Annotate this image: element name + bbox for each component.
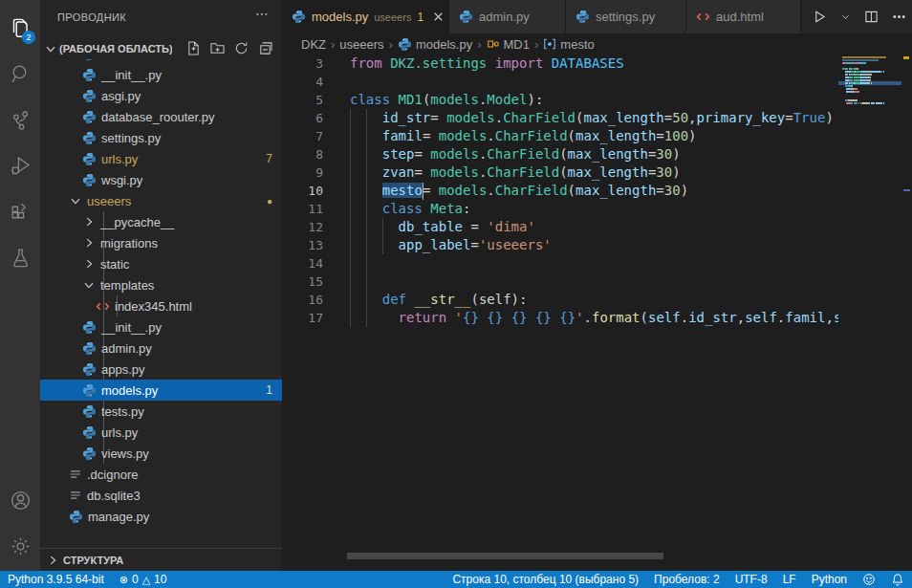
code-line: mesto= models.CharField(max_length=30) (350, 182, 688, 200)
python-file-icon (575, 10, 590, 24)
modified-dot: ● (267, 196, 272, 207)
tab-admin.py[interactable]: admin.py (449, 0, 566, 33)
breadcrumb-item-MD1[interactable]: MD1 (487, 37, 530, 52)
tree-file-__init__.py[interactable]: __init__.py (40, 64, 282, 85)
breadcrumb-label: models.py (416, 37, 472, 52)
minimap[interactable] (838, 54, 901, 559)
code-line: from DKZ.settings import DATABASES (350, 54, 624, 73)
status-encoding[interactable]: UTF-8 (727, 573, 775, 586)
tab-label: models.py (312, 10, 368, 24)
close-icon[interactable] (431, 10, 445, 24)
activity-search-icon[interactable] (0, 52, 40, 96)
tree-folder-migrations[interactable]: migrations (40, 232, 282, 253)
tree-item-label: useeers (87, 194, 131, 208)
tree-file-wsgi.py[interactable]: wsgi.py (40, 169, 282, 190)
line-number: 14 (282, 254, 323, 272)
breadcrumb-item-models.py[interactable]: models.py (398, 37, 472, 52)
tree-file-.dcignore[interactable]: .dcignore (40, 464, 282, 485)
tree-file-db.sqlite3[interactable]: db.sqlite3 (40, 485, 282, 506)
status-indentation[interactable]: Пробелов: 2 (646, 573, 727, 586)
status-cursor-position[interactable]: Строка 10, столбец 10 (выбрано 5) (445, 573, 646, 586)
tree-file-tests.py[interactable]: tests.py (40, 401, 282, 422)
feedback-smiley-icon[interactable] (855, 573, 883, 586)
breadcrumb-label: MD1 (504, 37, 530, 52)
activity-extensions-icon[interactable] (0, 189, 40, 233)
activity-account-icon[interactable] (0, 478, 40, 522)
outline-section-header[interactable]: СТРУКТУРА (40, 548, 282, 571)
breadcrumb-item-mesto[interactable]: mesto (543, 37, 594, 52)
tab-aud.html[interactable]: aud.html (686, 0, 801, 33)
tree-file-settings.py[interactable]: settings.py (40, 127, 282, 148)
sidebar-more-icon[interactable]: ⋯ (255, 6, 269, 21)
chevron-right-icon (82, 215, 96, 229)
python-file-icon (82, 341, 97, 356)
activity-badge: 2 (22, 31, 35, 44)
line-number: 15 (282, 272, 323, 291)
tree-item-label: admin.py (101, 341, 152, 356)
tree-item-label: manage.py (88, 510, 149, 524)
activity-explorer-icon[interactable]: 2 (0, 6, 40, 50)
new-file-icon[interactable] (186, 41, 201, 55)
line-number: 9 (282, 163, 323, 182)
new-folder-icon[interactable] (210, 41, 225, 55)
editor-more-icon[interactable] (892, 10, 906, 24)
run-button[interactable] (813, 10, 827, 24)
status-language[interactable]: Python (804, 573, 855, 586)
breadcrumb-item-DKZ[interactable]: DKZ (301, 37, 326, 52)
chevron-right-icon (82, 257, 96, 271)
breadcrumb-item-useeers[interactable]: useeers (339, 37, 383, 52)
activity-source-control-icon[interactable] (0, 98, 40, 142)
horizontal-scrollbar[interactable] (347, 553, 663, 559)
code-line: class Meta: (350, 200, 470, 218)
tree-folder-static[interactable]: static (40, 253, 282, 274)
split-editor-icon[interactable] (864, 10, 879, 24)
breadcrumb-label: DKZ (301, 37, 326, 52)
workspace-section-header[interactable]: (РАБОЧАЯ ОБЛАСТЬ) ... (40, 38, 282, 59)
tree-file-manage.py[interactable]: manage.py (40, 506, 282, 527)
tree-file-__init__.py[interactable]: __init__.py (40, 316, 282, 338)
run-dropdown-icon[interactable] (840, 11, 851, 22)
tab-models.py[interactable]: models.pyuseeers1 (282, 0, 449, 33)
tree-item-label: asgi.py (101, 89, 141, 103)
notifications-bell-icon[interactable] (883, 573, 912, 586)
tree-file-admin.py[interactable]: admin.py (40, 338, 282, 359)
tree-folder-templates[interactable]: templates (40, 274, 282, 295)
activity-settings-gear-icon[interactable] (0, 524, 40, 568)
tree-file-urls.py[interactable]: urls.py (40, 422, 282, 443)
status-eol[interactable]: LF (775, 573, 804, 586)
file-tree: indexelement__init__.pyasgi.pydatabase_r… (40, 59, 282, 548)
activity-run-debug-icon[interactable] (0, 143, 40, 187)
status-problems[interactable]: ⊗0△10 (112, 573, 175, 586)
code-line: return '{} {} {} {} {}'.format(self.id_s… (350, 309, 838, 327)
python-file-icon (82, 446, 97, 461)
tree-item-label: tests.py (101, 404, 144, 419)
python-file-icon (82, 131, 97, 145)
code-editor[interactable]: 3from DKZ.settings import DATABASES45cla… (282, 54, 838, 559)
status-left: Python 3.9.5 64-bit⊗0△10 (0, 573, 174, 586)
tree-file-views.py[interactable]: views.py (40, 443, 282, 464)
python-file-icon (459, 10, 473, 24)
tree-file-index345.html[interactable]: index345.html (40, 295, 282, 316)
python-file-icon (82, 404, 97, 419)
refresh-icon[interactable] (234, 41, 249, 55)
tab-settings.py[interactable]: settings.py (566, 0, 686, 33)
collapse-all-icon[interactable] (258, 41, 272, 55)
tree-file-apps.py[interactable]: apps.py (40, 359, 282, 380)
tree-item-label: index345.html (115, 299, 192, 314)
tree-file-asgi.py[interactable]: asgi.py (40, 85, 282, 106)
sidebar-title: ПРОВОДНИК (57, 11, 126, 23)
tree-file-database_roouter.py[interactable]: database_roouter.py (40, 106, 282, 127)
tree-item-label: .dcignore (87, 468, 138, 482)
editor-actions (813, 0, 906, 33)
line-number: 13 (282, 236, 323, 254)
vscode-window: 2 ПРОВОДНИК ⋯ (РАБОЧАЯ ОБЛАСТЬ) ... inde… (0, 0, 912, 588)
tree-file-models.py[interactable]: models.py1 (40, 380, 282, 401)
tree-folder-useeers[interactable]: useeers● (40, 190, 282, 211)
line-number: 8 (282, 145, 323, 163)
tree-item-label: templates (100, 278, 154, 293)
activity-testing-icon[interactable] (0, 235, 40, 279)
tree-file-urls.py[interactable]: urls.py7 (40, 148, 282, 169)
tree-folder-__pycache__[interactable]: __pycache__ (40, 211, 282, 232)
status-python-interpreter[interactable]: Python 3.9.5 64-bit (0, 573, 112, 586)
breadcrumb: DKZ›useeers›models.py›MD1›mesto (282, 33, 912, 54)
